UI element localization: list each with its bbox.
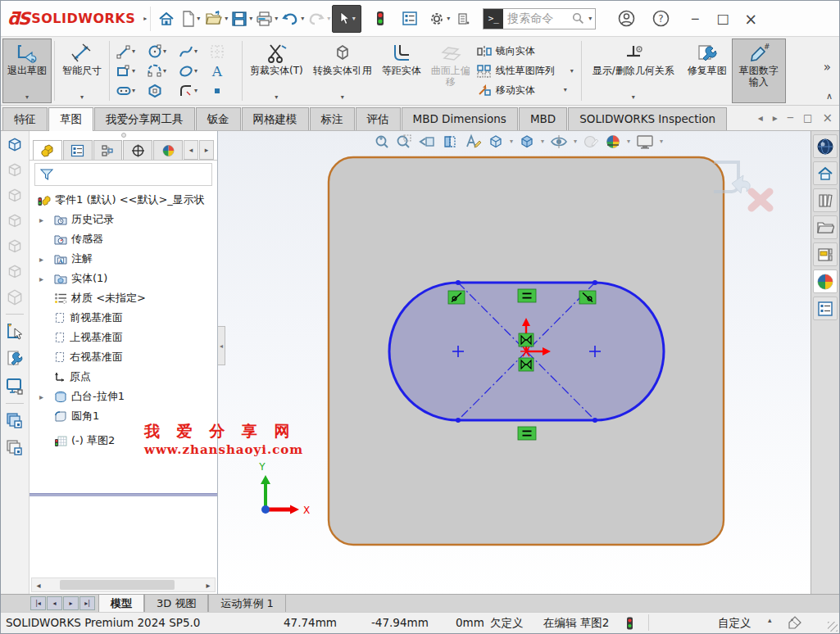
arc-tool[interactable]: ▾ [145,61,175,81]
scroll-left-icon[interactable]: ◂ [32,581,45,590]
tree-item-front-plane[interactable]: 前视基准面 [30,308,217,328]
insert-sketch-icon[interactable] [5,322,25,342]
window-maximize-button[interactable]: □ [709,7,737,31]
expand-arrow-icon[interactable]: ▸ [39,392,49,401]
document-minimize-icon[interactable]: ─ [788,112,793,124]
tab-evaluate[interactable]: 评估 [356,107,401,130]
tree-item-origin[interactable]: 原点 [30,367,217,387]
line-tool[interactable]: ▾ [114,42,144,61]
save-button[interactable]: ▾ [229,6,254,32]
text-tool[interactable]: A [207,61,238,81]
featuremanager-tab[interactable] [33,140,62,160]
dropdown-arrow-icon[interactable]: ▾ [588,16,592,22]
tree-item-solid-bodies[interactable]: ▸ 实体(1) [30,269,217,288]
motion-study-tab[interactable]: 运动算例 1 [208,595,285,612]
appearances-scenes-button[interactable] [813,269,838,293]
tab-share-tools[interactable]: 我爱分享网工具 [94,107,195,130]
tab-inspection[interactable]: SOLIDWORKS Inspection [568,107,727,130]
configurationmanager-tab[interactable] [93,140,123,160]
previous-tab-button[interactable]: ◂ [47,596,62,610]
ellipse-tool[interactable]: ▾ [176,61,207,81]
home-pane-button[interactable] [813,161,838,185]
tab-mbd-dimensions[interactable]: MBD Dimensions [402,107,518,130]
custom-properties-button[interactable] [813,297,838,320]
login-button[interactable] [614,6,638,32]
tree-item-sensors[interactable]: 传感器 [30,229,217,249]
dropdown-arrow-icon[interactable]: ▾ [275,94,278,102]
mirror-entities-button[interactable]: 镜向实体 [477,42,577,61]
tree-item-top-plane[interactable]: 上视基准面 [30,328,217,347]
ribbon-collapse-button[interactable]: ∧ [826,91,833,102]
repair-sketch-button[interactable]: 修复草图 [683,38,732,103]
tree-item-boss-extrude[interactable]: ▸ 凸台-拉伸1 [30,387,217,406]
tree-item-material[interactable]: 材质 <未指定> [30,288,217,308]
display-delete-relations-button[interactable]: 显示/删除几何关系 ▾ [584,38,683,103]
document-restore-icon[interactable]: □ [803,112,812,124]
scroll-right-icon[interactable]: ▸ [202,581,215,590]
dropdown-arrow-icon[interactable]: ▾ [80,94,84,102]
repair-sketch-tool-icon[interactable] [5,349,25,369]
dropdown-arrow-icon[interactable]: ▾ [632,94,635,102]
tab-markup[interactable]: 标注 [310,107,355,130]
point-tool[interactable] [207,81,238,101]
solidworks-resources-button[interactable] [813,134,838,158]
tree-filter-field[interactable] [34,163,212,186]
trim-entities-button[interactable]: 剪裁实体(T) ▾ [245,38,308,103]
help-button[interactable]: ? [648,6,673,32]
move-entities-button[interactable]: 移动实体 ▾ [477,80,577,100]
dropdown-arrow-icon[interactable]: ▾ [341,94,344,102]
tab-mbd[interactable]: MBD [519,107,567,130]
dropdown-arrow-icon[interactable]: ▾ [163,48,166,55]
dropdown-arrow-icon[interactable]: ▾ [352,16,356,22]
tag-button[interactable] [788,616,802,629]
manager-tabs-scroll-right[interactable]: ▸ [199,140,214,160]
command-search[interactable]: >_ 搜索命令 ▾ [483,8,596,29]
file-explorer-button[interactable] [813,215,838,239]
performance-feedback-button[interactable] [368,6,393,32]
window-minimize-button[interactable]: ─ [681,7,709,31]
sketch-fillet-tool[interactable]: ▾ [176,81,207,101]
first-tab-button[interactable]: |◂ [30,596,46,610]
document-close-icon[interactable]: × [822,111,833,125]
panel-splitter-handle[interactable] [30,131,217,138]
tab-sheet-metal[interactable]: 钣金 [196,107,241,130]
rollback-bar[interactable] [30,493,217,496]
resize-grip[interactable] [828,622,838,632]
tree-item-right-plane[interactable]: 右视基准面 [30,347,217,367]
logo-flyout-icon[interactable]: ▸ [143,16,147,22]
tab-sketch[interactable]: 草图 [48,107,93,131]
sketch-on-screen-icon[interactable] [5,376,25,396]
pane-next-icon[interactable]: ▸ [773,112,778,124]
tangent-relation-icon[interactable] [448,291,465,304]
new-document-button[interactable]: ▾ [179,6,203,32]
pane-previous-icon[interactable]: ◂ [758,112,763,124]
dropdown-arrow-icon[interactable]: ▾ [163,68,166,75]
confirm-sketch-icon[interactable] [714,162,738,192]
rebuild-button[interactable] [452,6,476,32]
manager-tabs-scroll-left[interactable]: ◂ [184,140,198,160]
dropdown-arrow-icon[interactable]: ▾ [570,68,574,75]
graphics-viewport[interactable]: ▾ ▾ ▾ ▾ ▾ ◂ [218,131,810,594]
task-manager-button[interactable] [397,6,422,32]
expand-arrow-icon[interactable]: ▸ [39,255,49,264]
equal-relation-icon[interactable] [518,289,536,302]
dropdown-arrow-icon[interactable]: ▾ [249,16,252,22]
design-library-button[interactable] [813,188,838,212]
model-tab[interactable]: 模型 [98,595,144,612]
dropdown-arrow-icon[interactable]: ▾ [25,94,29,102]
dropdown-arrow-icon[interactable]: ▾ [301,16,304,22]
dropdown-arrow-icon[interactable]: ▾ [132,88,135,94]
unit-system[interactable]: 自定义 [718,616,751,631]
tab-mesh-modeling[interactable]: 网格建模 [242,107,309,130]
rectangle-tool[interactable]: ▾ [114,61,144,81]
dropdown-arrow-icon[interactable]: ▾ [194,88,198,94]
symmetric-relation-icon[interactable] [519,333,534,346]
dropdown-arrow-icon[interactable]: ▾ [132,48,135,55]
home-button[interactable] [154,6,179,32]
polygon-tool[interactable] [145,81,175,101]
offset-entities-button[interactable]: 等距实体 [377,38,426,103]
tree-item-sketch2[interactable]: (-) 草图2 [30,431,217,451]
next-tab-button[interactable]: ▸ [63,596,79,610]
window-close-button[interactable]: × [737,7,765,31]
convert-entities-button[interactable]: 转换实体引用 ▾ [308,38,377,103]
